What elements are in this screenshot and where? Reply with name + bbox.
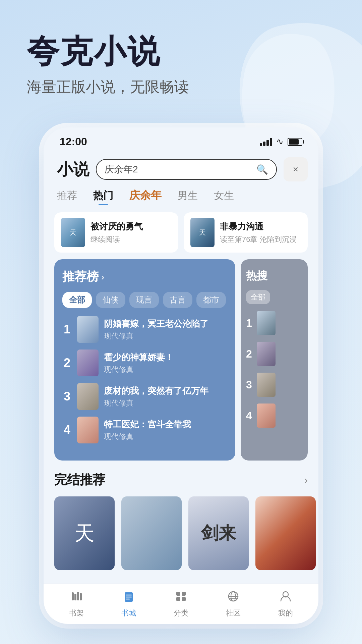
recent-sub-1: 继续阅读 — [90, 234, 172, 245]
bottom-nav: 书架 书城 分类 — [44, 584, 318, 624]
reco-cover-3 — [77, 383, 99, 410]
completed-cover-1[interactable]: 天 — [54, 496, 115, 570]
hot-cover-4 — [257, 404, 276, 428]
rank-1: 1 — [62, 322, 72, 336]
hot-filter-pills: 全部 — [246, 290, 302, 304]
reco-book-title-1: 阴婚喜嫁，冥王老公沦陷了 — [104, 318, 227, 330]
nav-bookshelf-label: 书架 — [69, 608, 84, 618]
hot-item-3[interactable]: 3 — [246, 373, 302, 397]
recent-reading-row: 天 被讨厌的勇气 继续阅读 天 非暴力沟通 读至第76章 沦陷到沉浸 — [44, 212, 318, 259]
nav-category[interactable]: 分类 — [174, 590, 188, 618]
svg-rect-8 — [176, 592, 180, 596]
pill-all[interactable]: 全部 — [62, 292, 92, 308]
rank-2: 2 — [62, 356, 72, 370]
svg-rect-9 — [182, 592, 186, 596]
tab-hot[interactable]: 热门 — [93, 189, 113, 205]
battery-icon — [288, 138, 302, 146]
reco-book-title-2: 霍少的神算娇妻！ — [104, 352, 227, 363]
nav-profile[interactable]: 我的 — [278, 590, 293, 618]
search-icon[interactable]: 🔍 — [256, 164, 268, 175]
hero-section: 夸克小说 海量正版小说，无限畅读 — [0, 0, 362, 97]
reco-book-tag-2: 现代修真 — [104, 365, 227, 375]
svg-rect-2 — [77, 592, 79, 600]
hot-cover-3 — [257, 373, 276, 397]
completed-cover-2[interactable] — [121, 496, 182, 570]
svg-rect-10 — [176, 597, 180, 601]
status-time: 12:00 — [60, 136, 87, 148]
completed-arrow-icon[interactable]: › — [304, 474, 308, 486]
hot-cover-2 — [257, 342, 276, 366]
hot-rank-3: 3 — [246, 379, 253, 391]
hot-pill-all[interactable]: 全部 — [246, 290, 270, 304]
hot-rank-1: 1 — [246, 317, 253, 329]
hot-item-2[interactable]: 2 — [246, 342, 302, 366]
search-bar[interactable]: 庆余年2 🔍 — [96, 159, 277, 180]
nav-profile-label: 我的 — [278, 608, 293, 618]
hot-rank-4: 4 — [246, 410, 253, 422]
reco-book-3[interactable]: 3 废材的我，突然有了亿万年 现代修真 — [62, 383, 227, 410]
rank-4: 4 — [62, 423, 72, 437]
app-subtitle: 海量正版小说，无限畅读 — [27, 77, 335, 97]
pill-dushi[interactable]: 都市 — [196, 292, 226, 308]
category-icon — [174, 590, 188, 606]
app-logo: 小说 — [57, 159, 89, 180]
nav-bookstore[interactable]: 书城 — [121, 590, 136, 618]
completed-cover-3[interactable]: 剑来 — [188, 496, 249, 570]
pill-xianxia[interactable]: 仙侠 — [96, 292, 125, 308]
reco-book-4[interactable]: 4 特工医妃：宫斗全靠我 现代修真 — [62, 417, 227, 443]
reco-cover-1 — [77, 316, 99, 343]
section-header: 完结推荐 › — [54, 471, 308, 488]
app-header: 小说 庆余年2 🔍 × — [44, 152, 318, 188]
svg-rect-1 — [74, 594, 76, 600]
completed-title: 完结推荐 — [54, 471, 105, 488]
hot-list: 1 2 3 4 — [246, 311, 302, 428]
pill-xiandai[interactable]: 现言 — [129, 292, 159, 308]
status-icons: ∿ — [260, 137, 302, 147]
completed-books-row: 天 剑来 — [54, 496, 308, 570]
reco-book-list: 1 阴婚喜嫁，冥王老公沦陷了 现代修真 2 霍少的神算娇妻！ 现代修真 — [62, 316, 227, 443]
search-text: 庆余年2 — [105, 163, 252, 176]
hot-rank-2: 2 — [246, 348, 253, 360]
reco-cover-2 — [77, 350, 99, 376]
hot-search-panel: 热搜 全部 1 2 3 4 — [241, 259, 308, 461]
signal-icon — [260, 138, 272, 146]
reco-book-2[interactable]: 2 霍少的神算娇妻！ 现代修真 — [62, 350, 227, 376]
pill-guyan[interactable]: 古言 — [163, 292, 192, 308]
bookstore-icon — [122, 590, 135, 606]
svg-rect-0 — [72, 592, 74, 600]
tab-male[interactable]: 男生 — [178, 189, 198, 205]
hot-title: 热搜 — [246, 269, 302, 283]
community-icon — [227, 590, 240, 606]
app-title: 夸克小说 — [27, 34, 335, 69]
svg-rect-11 — [182, 597, 186, 601]
profile-icon — [279, 590, 292, 606]
reco-book-tag-1: 现代修真 — [104, 331, 227, 341]
two-column-section: 推荐榜 › 全部 仙侠 现言 古言 都市 1 阴婚喜嫁，冥王老公沦陷了 现代修真 — [44, 259, 318, 461]
filter-pills: 全部 仙侠 现言 古言 都市 — [62, 292, 227, 308]
reco-book-title-4: 特工医妃：宫斗全靠我 — [104, 419, 227, 430]
recent-item-1[interactable]: 天 被讨厌的勇气 继续阅读 — [54, 212, 178, 253]
nav-bookstore-label: 书城 — [121, 608, 136, 618]
nav-community[interactable]: 社区 — [226, 590, 241, 618]
tab-female[interactable]: 女生 — [214, 189, 234, 205]
nav-tabs: 推荐 热门 庆余年 男生 女生 — [44, 188, 318, 212]
hot-cover-1 — [257, 311, 276, 335]
close-button[interactable]: × — [284, 157, 308, 181]
recent-title-2: 非暴力沟通 — [220, 221, 301, 232]
reco-book-tag-4: 现代修真 — [104, 432, 227, 442]
reco-title: 推荐榜 › — [62, 269, 227, 285]
tab-recommend[interactable]: 推荐 — [57, 189, 77, 205]
nav-category-label: 分类 — [174, 608, 188, 618]
status-bar: 12:00 ∿ — [44, 127, 318, 152]
hot-item-4[interactable]: 4 — [246, 404, 302, 428]
tab-qingyuanian[interactable]: 庆余年 — [129, 188, 162, 206]
recent-cover-2: 天 — [190, 218, 215, 247]
nav-bookshelf[interactable]: 书架 — [69, 590, 84, 618]
reco-arrow-icon[interactable]: › — [101, 272, 104, 282]
completed-cover-4[interactable] — [255, 496, 316, 570]
reco-book-title-3: 废材的我，突然有了亿万年 — [104, 385, 227, 397]
reco-book-1[interactable]: 1 阴婚喜嫁，冥王老公沦陷了 现代修真 — [62, 316, 227, 343]
wifi-icon: ∿ — [276, 137, 284, 147]
recent-item-2[interactable]: 天 非暴力沟通 读至第76章 沦陷到沉浸 — [184, 212, 308, 253]
hot-item-1[interactable]: 1 — [246, 311, 302, 335]
